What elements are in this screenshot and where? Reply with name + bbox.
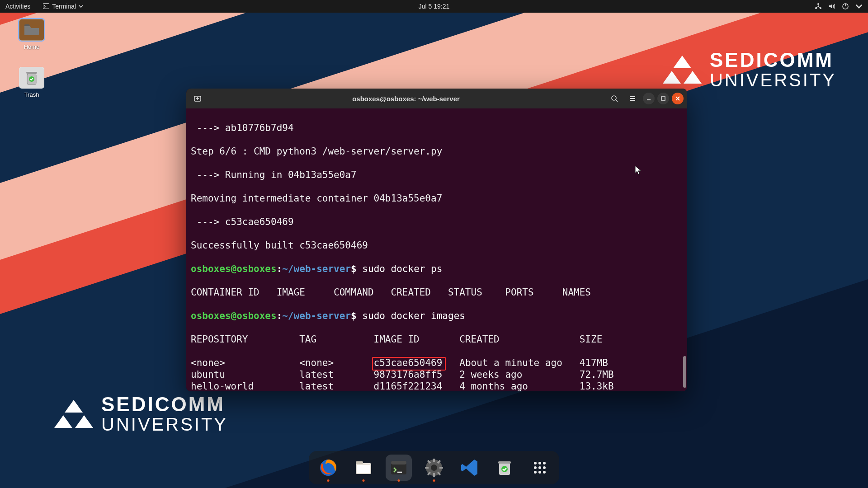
network-icon[interactable] (815, 3, 822, 10)
close-button[interactable] (672, 93, 684, 104)
search-button[interactable] (607, 92, 622, 105)
svg-point-20 (431, 465, 437, 471)
activities-button[interactable]: Activities (5, 3, 30, 10)
chevron-down-icon[interactable] (855, 3, 863, 10)
table-row: hello-world latest d1165f221234 4 months… (191, 380, 683, 391)
titlebar[interactable]: osboxes@osboxes: ~/web-server (186, 89, 687, 108)
brand-logo-top: SEDICOMM UNIVERSITY (663, 50, 836, 89)
table-header: REPOSITORY TAG IMAGE ID CREATED SIZE (191, 333, 683, 345)
annotation-box-image-id (372, 357, 446, 371)
svg-point-35 (534, 466, 537, 469)
terminal-icon (43, 3, 49, 9)
output-line: CONTAINER ID IMAGE COMMAND CREATED STATU… (191, 286, 683, 298)
svg-rect-23 (425, 467, 429, 469)
svg-point-31 (501, 466, 508, 472)
active-app-name: Terminal (52, 3, 76, 10)
svg-rect-0 (43, 4, 49, 9)
scrollbar-thumb[interactable] (683, 356, 686, 388)
output-line: Removing intermediate container 04b13a55… (191, 192, 683, 204)
svg-rect-16 (357, 465, 370, 473)
command-text: sudo docker ps (362, 263, 442, 274)
prompt-line: osboxes@osboxes:~/web-server$ sudo docke… (191, 310, 683, 322)
dock (309, 451, 559, 484)
svg-point-37 (543, 466, 546, 469)
svg-rect-30 (498, 461, 511, 464)
svg-rect-22 (433, 473, 435, 477)
brand-line1-b: SEDICOMM (101, 394, 228, 415)
svg-rect-18 (391, 461, 406, 465)
output-line: Successfully built c53cae650469 (191, 239, 683, 251)
svg-point-33 (538, 462, 541, 465)
svg-rect-7 (26, 72, 37, 74)
brand-logo-bottom: SEDICOMM UNIVERSITY (54, 394, 228, 434)
volume-icon[interactable] (828, 3, 835, 10)
svg-point-39 (538, 471, 541, 474)
svg-point-1 (817, 3, 819, 5)
prompt-line: osboxes@osboxes:~/web-server$ sudo docke… (191, 263, 683, 275)
dock-item-vscode[interactable] (456, 455, 482, 481)
desktop-icon-trash[interactable]: Trash (14, 67, 50, 98)
new-tab-button[interactable] (190, 92, 205, 105)
brand-line2: UNIVERSITY (710, 70, 836, 89)
svg-rect-11 (647, 99, 651, 100)
dock-item-show-apps[interactable] (527, 455, 553, 481)
power-icon[interactable] (842, 3, 849, 10)
svg-rect-12 (661, 97, 665, 100)
dock-item-firefox[interactable] (315, 455, 341, 481)
dock-item-trash[interactable] (491, 455, 518, 481)
dock-item-terminal[interactable] (386, 455, 412, 481)
desktop-icon-label: Home (14, 43, 50, 50)
svg-point-10 (612, 96, 616, 100)
svg-point-34 (543, 462, 546, 465)
terminal-window: osboxes@osboxes: ~/web-server ---> ab107… (186, 89, 687, 391)
svg-rect-21 (433, 459, 435, 462)
svg-rect-15 (356, 461, 363, 464)
window-title: osboxes@osboxes: ~/web-server (209, 95, 603, 103)
clock[interactable]: Jul 5 19:21 (419, 3, 450, 10)
top-panel: Activities Terminal Jul 5 19:21 (0, 0, 868, 13)
desktop-icon-label: Trash (14, 91, 50, 98)
output-line: ---> c53cae650469 (191, 216, 683, 228)
mouse-pointer-icon (634, 165, 643, 175)
terminal-viewport[interactable]: ---> ab10776b7d94 Step 6/6 : CMD python3… (186, 108, 687, 391)
output-line: ---> Running in 04b13a55e0a7 (191, 169, 683, 181)
output-line: Step 6/6 : CMD python3 /web-server/serve… (191, 145, 683, 157)
svg-rect-5 (845, 4, 846, 6)
dock-item-files[interactable] (350, 455, 377, 481)
svg-point-32 (534, 462, 537, 465)
brand-line1: SEDICOMM (710, 50, 836, 70)
chevron-down-icon (79, 3, 83, 10)
output-line: ---> ab10776b7d94 (191, 122, 683, 134)
svg-point-38 (534, 471, 537, 474)
minimize-button[interactable] (643, 93, 655, 104)
dock-item-settings[interactable] (421, 455, 447, 481)
desktop-icon-home[interactable]: Home (14, 19, 50, 50)
svg-point-36 (538, 466, 541, 469)
active-app-menu[interactable]: Terminal (38, 2, 88, 11)
brand-line2-b: UNIVERSITY (101, 415, 228, 434)
hamburger-menu-button[interactable] (625, 92, 640, 105)
maximize-button[interactable] (657, 93, 669, 104)
svg-rect-24 (439, 467, 443, 469)
svg-point-40 (543, 471, 546, 474)
command-text: sudo docker images (362, 310, 465, 321)
